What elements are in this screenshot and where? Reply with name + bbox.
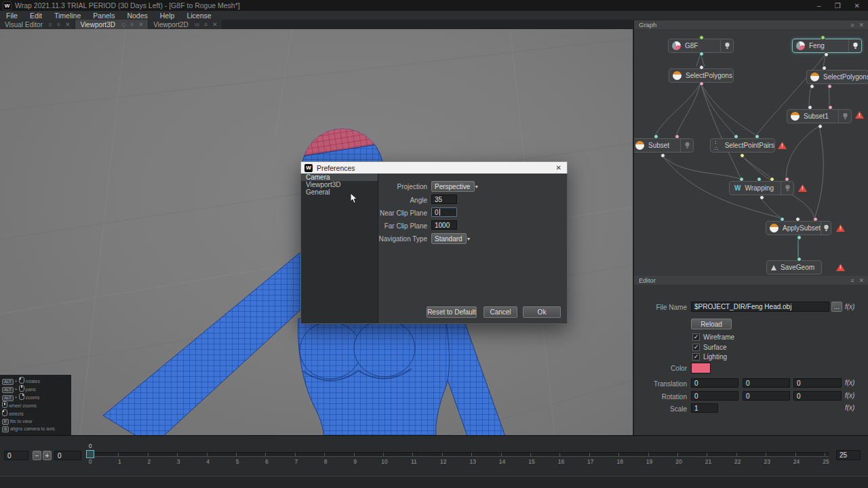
cancel-button[interactable]: Cancel (484, 306, 517, 318)
menu-timeline[interactable]: Timeline (48, 12, 87, 20)
panel-close-icon[interactable]: ✕ (859, 22, 864, 28)
graph-node-selectpointpairs[interactable]: ∶ ∴ SelectPointPairs (710, 138, 775, 152)
node-port[interactable] (755, 134, 760, 139)
checkbox-checked-icon[interactable]: ✓ (692, 353, 700, 361)
node-port[interactable] (757, 177, 762, 182)
tab-close-icon[interactable]: ✕ (212, 21, 217, 28)
menu-license[interactable]: License (180, 12, 217, 20)
node-port[interactable] (734, 134, 738, 139)
far-clip-plane-input[interactable]: 1000 (431, 220, 457, 230)
node-port[interactable] (780, 217, 785, 222)
frame-increment-button[interactable]: + (43, 451, 52, 460)
reload-button[interactable]: Reload (691, 319, 732, 329)
maximize-icon[interactable]: ❐ (835, 2, 841, 9)
bulb-icon[interactable] (720, 39, 733, 52)
panel-menu-icon[interactable]: ≡ (850, 22, 854, 28)
graph-node-g8f[interactable]: G8F (668, 39, 734, 53)
node-graph-canvas[interactable]: G8F Feng SelectPolygons SelectPolygons1 … (634, 29, 868, 276)
bulb-icon[interactable] (838, 110, 851, 123)
wireframe-checkbox-row[interactable]: ✓ Wireframe (692, 333, 734, 341)
rotation-y-input[interactable]: 0 (743, 391, 790, 401)
tab-viewport3d[interactable]: Viewport3D Q ≡ ✕ (75, 20, 148, 29)
node-port[interactable] (827, 84, 832, 89)
graph-node-applysubset[interactable]: ApplySubset (766, 221, 831, 235)
surface-checkbox-row[interactable]: ✓ Surface (692, 344, 726, 351)
graph-node-wrapping[interactable]: W Wrapping (729, 181, 794, 195)
minimize-icon[interactable]: – (817, 2, 821, 9)
node-port[interactable] (785, 177, 789, 182)
menu-edit[interactable]: Edit (24, 12, 48, 20)
node-port[interactable] (797, 235, 802, 240)
node-port[interactable] (824, 52, 829, 57)
node-port[interactable] (699, 65, 704, 70)
scale-input[interactable]: 1 (691, 403, 718, 413)
current-frame-input[interactable]: 0 (54, 451, 81, 460)
rotation-x-input[interactable]: 0 (691, 391, 738, 401)
node-port[interactable] (699, 52, 704, 56)
bulb-icon[interactable] (680, 139, 693, 152)
rotation-expression-button[interactable]: f(x) (845, 392, 854, 399)
tab-close-icon[interactable]: ✕ (65, 21, 70, 28)
node-port[interactable] (810, 84, 814, 89)
tab-viewport2d[interactable]: Viewport2D W ≡ ✕ (149, 20, 222, 29)
bulb-icon[interactable] (848, 39, 861, 52)
translation-z-input[interactable]: 0 (793, 378, 842, 388)
navigation-type-dropdown[interactable]: Standard▼ (431, 233, 467, 244)
node-port[interactable] (699, 35, 704, 40)
node-port[interactable] (760, 195, 764, 200)
translation-expression-button[interactable]: f(x) (845, 379, 854, 386)
graph-node-subset[interactable]: Subset (634, 138, 694, 152)
range-start-input[interactable]: 0 (4, 451, 28, 460)
timeline-playhead[interactable] (86, 450, 94, 458)
graph-node-feng[interactable]: Feng (792, 39, 862, 53)
translation-y-input[interactable]: 0 (743, 378, 790, 388)
ok-button[interactable]: Ok (523, 306, 561, 318)
tab-menu-icon[interactable]: ≡ (130, 21, 134, 28)
node-port[interactable] (822, 66, 827, 70)
node-port[interactable] (770, 177, 774, 182)
scale-expression-button[interactable]: f(x) (845, 404, 854, 411)
range-end-input[interactable]: 25 (836, 450, 861, 460)
checkbox-checked-icon[interactable]: ✓ (692, 344, 700, 351)
node-port[interactable] (813, 217, 818, 222)
reset-to-default-button[interactable]: Reset to Default (427, 306, 477, 318)
bulb-icon[interactable] (821, 222, 831, 235)
tab-close-icon[interactable]: ✕ (138, 21, 143, 28)
graph-node-selectpolygons[interactable]: SelectPolygons (669, 68, 734, 83)
tab-visual-editor[interactable]: Visual Editor E ≡ ✕ (0, 20, 75, 29)
node-port[interactable] (654, 134, 658, 139)
tab-menu-icon[interactable]: ≡ (57, 21, 60, 28)
node-port[interactable] (795, 217, 800, 222)
rotation-z-input[interactable]: 0 (793, 391, 842, 401)
graph-node-subset1[interactable]: Subset1 (787, 109, 852, 123)
node-port[interactable] (660, 153, 665, 158)
color-swatch[interactable] (691, 363, 711, 373)
file-name-input[interactable]: $PROJECT_DIR/Feng Head.obj (691, 302, 829, 312)
projection-dropdown[interactable]: Perspective▼ (431, 181, 475, 192)
section-item-camera[interactable]: Camera (301, 174, 378, 181)
node-port[interactable] (808, 105, 812, 110)
near-clip-plane-input[interactable]: 0 (431, 207, 457, 217)
bulb-icon[interactable] (781, 182, 793, 195)
node-port[interactable] (740, 153, 745, 158)
timeline-track[interactable] (89, 452, 829, 457)
node-port[interactable] (739, 177, 744, 182)
menu-help[interactable]: Help (154, 12, 181, 20)
menu-nodes[interactable]: Nodes (121, 12, 153, 20)
node-port[interactable] (699, 81, 704, 86)
browse-button[interactable]: ... (831, 302, 842, 312)
node-port[interactable] (675, 134, 679, 139)
menu-panels[interactable]: Panels (87, 12, 121, 20)
node-port[interactable] (828, 105, 833, 110)
tab-menu-icon[interactable]: ≡ (204, 21, 208, 28)
dialog-close-icon[interactable]: ✕ (556, 164, 561, 171)
dialog-title-bar[interactable]: W Preferences ✕ (300, 161, 568, 174)
checkbox-checked-icon[interactable]: ✓ (692, 333, 700, 341)
panel-menu-icon[interactable]: ≡ (850, 277, 854, 284)
close-icon[interactable]: ✕ (854, 2, 860, 9)
graph-node-selectpolygons1[interactable]: SelectPolygons1 (806, 70, 868, 84)
panel-close-icon[interactable]: ✕ (859, 277, 864, 284)
file-name-expression-button[interactable]: f(x) (845, 303, 854, 310)
frame-decrement-button[interactable]: − (33, 451, 41, 460)
node-port[interactable] (821, 35, 825, 40)
